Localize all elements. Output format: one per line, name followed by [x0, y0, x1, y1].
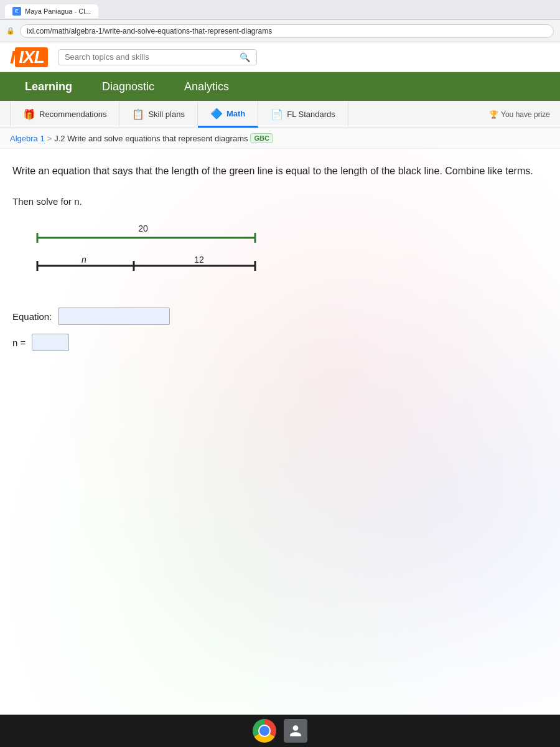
sub-nav-recommendations-label: Recommendations — [39, 110, 106, 119]
nav-item-analytics[interactable]: Analytics — [169, 73, 244, 101]
nav-bar: Learning Diagnostic Analytics — [0, 72, 560, 101]
url-text: ixl.com/math/algebra-1/write-and-solve-e… — [27, 27, 272, 35]
user-taskbar-icon[interactable] — [284, 719, 307, 743]
browser-address-bar: 🔒 ixl.com/math/algebra-1/write-and-solve… — [0, 20, 560, 42]
sub-nav: 🎁 Recommendations 📋 Skill plans 🔷 Math 📄… — [0, 101, 560, 128]
logo-text: IXL — [15, 47, 48, 67]
problem-area: Write an equation that says that the len… — [0, 149, 560, 747]
sub-nav-fl-standards[interactable]: 📄 FL Standards — [258, 102, 348, 126]
breadcrumb-root[interactable]: Algebra 1 — [10, 134, 45, 143]
main-page: I IXL 🔍 Learning Diagnostic Analytics 🎁 … — [0, 42, 560, 747]
user-icon — [289, 724, 302, 738]
math-icon: 🔷 — [210, 108, 223, 120]
instruction-text: Write an equation that says that the len… — [12, 166, 533, 176]
taskbar — [0, 715, 560, 747]
problem-instruction: Write an equation that says that the len… — [12, 164, 548, 179]
sub-nav-recommendations[interactable]: 🎁 Recommendations — [10, 102, 119, 126]
breadcrumb-skill: J.2 Write and solve equations that repre… — [54, 134, 248, 143]
nav-item-learning[interactable]: Learning — [10, 73, 87, 101]
svg-text:12: 12 — [194, 255, 204, 265]
nav-item-diagnostic[interactable]: Diagnostic — [87, 73, 169, 101]
sub-nav-math[interactable]: 🔷 Math — [198, 101, 258, 128]
tab-title: Maya Paniagua - Cl... — [25, 7, 91, 15]
equation-label: Equation: — [12, 311, 52, 322]
gbc-badge: GBC — [250, 133, 273, 143]
url-field[interactable]: ixl.com/math/algebra-1/write-and-solve-e… — [20, 24, 554, 38]
sub-nav-skill-plans-label: Skill plans — [148, 110, 185, 119]
solve-text: Then solve for n. — [12, 196, 548, 207]
diagram-container: 20 n 12 — [12, 219, 548, 290]
diagram-svg: 20 n 12 — [19, 219, 292, 288]
breadcrumb-separator: > — [47, 134, 52, 143]
ixl-logo: I IXL — [10, 47, 48, 68]
prize-text: You have prize — [501, 110, 550, 119]
lock-icon: 🔒 — [6, 27, 15, 35]
search-icon: 🔍 — [240, 52, 250, 62]
chrome-taskbar-icon[interactable] — [253, 719, 276, 743]
n-row: n = — [12, 334, 548, 351]
search-input[interactable] — [65, 52, 235, 62]
tab-favicon: E — [12, 7, 21, 16]
equation-input[interactable] — [58, 308, 170, 325]
ixl-header: I IXL 🔍 — [0, 42, 560, 72]
n-label: n = — [12, 337, 26, 348]
sub-nav-math-label: Math — [226, 109, 245, 118]
svg-text:20: 20 — [138, 223, 148, 233]
skill-plans-icon: 📋 — [132, 108, 144, 120]
tab-bar: E Maya Paniagua - Cl... — [0, 0, 560, 20]
equation-row: Equation: — [12, 308, 548, 325]
search-bar[interactable]: 🔍 — [58, 49, 257, 65]
trophy-icon: 🏆 — [489, 110, 498, 119]
sub-nav-skill-plans[interactable]: 📋 Skill plans — [119, 102, 198, 126]
prize-notification: 🏆 You have prize — [489, 110, 550, 119]
browser-tab[interactable]: E Maya Paniagua - Cl... — [5, 4, 98, 18]
n-input[interactable] — [32, 334, 69, 351]
sub-nav-fl-standards-label: FL Standards — [287, 110, 335, 119]
solve-label: Then solve for n. — [12, 196, 82, 207]
answer-area: Equation: n = — [12, 308, 548, 351]
recommendations-icon: 🎁 — [23, 108, 35, 120]
fl-standards-icon: 📄 — [271, 108, 283, 120]
svg-text:n: n — [82, 255, 86, 265]
breadcrumb: Algebra 1 > J.2 Write and solve equation… — [0, 128, 560, 149]
logo-pipe: I — [10, 47, 15, 68]
